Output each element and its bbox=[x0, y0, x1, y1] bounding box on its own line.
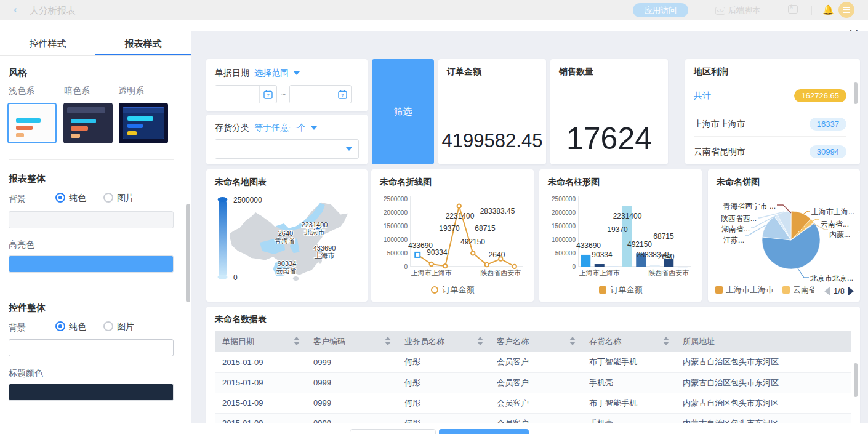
theme-transparent-thumbnail[interactable] bbox=[119, 103, 168, 143]
line-chart[interactable]: 25000002000000150000010000005000000上海市上海… bbox=[380, 194, 525, 280]
sort-icon[interactable] bbox=[477, 337, 483, 345]
pie-legend-item[interactable]: 云南省昆 bbox=[782, 284, 814, 295]
widget-bg-radios: 纯色 图片 bbox=[55, 321, 134, 332]
svg-text:0: 0 bbox=[404, 263, 408, 270]
svg-text:7: 7 bbox=[341, 93, 344, 98]
table-cell: 0999 bbox=[306, 393, 397, 413]
svg-text:1000000: 1000000 bbox=[384, 236, 408, 243]
region-value-badge: 16337 bbox=[810, 118, 846, 131]
sort-icon[interactable] bbox=[385, 337, 391, 345]
card-scrollbar[interactable] bbox=[854, 82, 858, 104]
date-from-input[interactable] bbox=[215, 86, 259, 103]
tab-report-style[interactable]: 报表样式 bbox=[95, 31, 191, 55]
select-chevron-icon[interactable] bbox=[339, 140, 358, 158]
sort-icon[interactable] bbox=[663, 337, 669, 345]
table-column-header[interactable]: 业务员名称 bbox=[397, 331, 489, 352]
pager-next-icon[interactable] bbox=[848, 287, 854, 295]
confirm-button[interactable] bbox=[439, 429, 529, 434]
app-title-underline bbox=[27, 18, 73, 18]
backend-script-label: 后端脚本 bbox=[728, 5, 760, 16]
map-point-name: 云南省 bbox=[276, 267, 297, 275]
date-mode-dropdown[interactable]: 选择范围 bbox=[254, 68, 289, 79]
table-cell: 内蒙古自治区包头市东河区 bbox=[675, 352, 851, 372]
theme-light-thumbnail[interactable] bbox=[7, 103, 57, 143]
table-cell: 2015-01-09 bbox=[215, 372, 306, 393]
preview-bar bbox=[16, 118, 41, 123]
sort-icon[interactable] bbox=[569, 337, 576, 345]
preview-bar bbox=[127, 116, 153, 121]
filter-button[interactable]: 筛选 bbox=[372, 59, 434, 164]
chevron-down-icon[interactable] bbox=[294, 71, 300, 75]
date-to-wrapper: 7 bbox=[289, 85, 352, 103]
radio-solid-label: 纯色 bbox=[69, 321, 86, 331]
legend-marker-icon bbox=[715, 286, 723, 294]
line-chart-legend[interactable]: 订单金额 bbox=[371, 284, 534, 295]
data-table-card: 未命名数据表 单据日期客户编码业务员名称客户名称存货名称所属地址 2015-01… bbox=[206, 307, 860, 423]
app-access-button[interactable]: 应用访问 bbox=[633, 3, 688, 17]
radio-solid-color[interactable]: 纯色 bbox=[55, 193, 86, 204]
svg-text:2231400: 2231400 bbox=[446, 212, 475, 220]
radio-image[interactable]: 图片 bbox=[103, 193, 134, 204]
style-sidebar: 控件样式 报表样式 风格 浅色系 暗色系 透明系 报表整体 背景 纯色 图片 高… bbox=[0, 31, 191, 414]
tab-widget-style[interactable]: 控件样式 bbox=[0, 31, 95, 55]
widget-bg-color-swatch[interactable] bbox=[9, 339, 174, 356]
table-cell: 手机壳 bbox=[582, 372, 675, 393]
table-column-header[interactable]: 单据日期 bbox=[215, 331, 306, 352]
pie-legend[interactable]: 上海市上海市 云南省昆 bbox=[715, 284, 814, 295]
title-color-label: 标题颜色 bbox=[9, 368, 43, 379]
region-profit-title: 地区利润 bbox=[694, 66, 728, 78]
table-cell: 何彤 bbox=[397, 352, 489, 372]
table-column-header[interactable]: 存货名称 bbox=[582, 331, 675, 352]
table-column-header[interactable]: 所属地址 bbox=[675, 331, 851, 352]
kpi-title: 订单金额 bbox=[447, 66, 481, 78]
theme-dark-thumbnail[interactable] bbox=[63, 103, 113, 143]
table-row[interactable]: 2015-01-090999何彤会员客户手机壳内蒙古自治区包头市东河区 bbox=[215, 413, 851, 423]
bar-chart-legend[interactable]: 订单金额 bbox=[539, 284, 702, 295]
title-color-swatch[interactable] bbox=[9, 384, 174, 401]
date-to-input[interactable] bbox=[290, 86, 334, 103]
calendar-icon[interactable]: 7 bbox=[334, 86, 351, 103]
kpi-title: 销售数量 bbox=[559, 66, 593, 78]
category-select-input[interactable] bbox=[215, 140, 339, 158]
china-map-chart[interactable]: 2500000 0 2231400 北京市 2640 青海省 433690 上海… bbox=[212, 193, 360, 297]
radio-solid-label: 纯色 bbox=[69, 193, 86, 203]
svg-text:492150: 492150 bbox=[627, 240, 652, 249]
svg-text:2500000: 2500000 bbox=[552, 196, 576, 203]
avatar[interactable] bbox=[838, 2, 854, 18]
legend-label: 上海市上海市 bbox=[726, 284, 774, 295]
app-header: ‹ 大分析报表 应用访问 </> 后端脚本 🔔 bbox=[0, 0, 868, 20]
table-scrollbar[interactable] bbox=[854, 363, 858, 397]
pager-prev-icon[interactable] bbox=[824, 287, 830, 295]
table-row[interactable]: 2015-01-090999何彤会员客户布丁智能手机内蒙古自治区包头市东河区 bbox=[215, 352, 851, 372]
table-cell: 2015-01-09 bbox=[215, 393, 306, 413]
table-row[interactable]: 2015-01-090999何彤会员客户布丁智能手机内蒙古自治区包头市东河区 bbox=[215, 393, 851, 413]
chevron-down-icon[interactable] bbox=[311, 126, 317, 130]
bar-chart[interactable]: 25000002000000150000010000005000000上海市上海… bbox=[548, 194, 693, 280]
widget-bg-label: 背景 bbox=[9, 323, 26, 334]
backend-script-button[interactable]: </> 后端脚本 bbox=[715, 5, 760, 16]
radio-image[interactable]: 图片 bbox=[103, 321, 134, 332]
sort-icon[interactable] bbox=[294, 337, 300, 345]
sidebar-scrollbar[interactable] bbox=[186, 204, 190, 302]
pie-label: 青海省西宁市 ... bbox=[723, 201, 776, 212]
pie-label: 上海市上海... bbox=[811, 207, 854, 217]
back-icon[interactable]: ‹ bbox=[14, 4, 17, 16]
region-label: 上海市上海市 bbox=[694, 119, 745, 130]
table-column-header[interactable]: 客户编码 bbox=[306, 331, 397, 352]
highlight-color-swatch[interactable] bbox=[9, 255, 174, 273]
table-column-header[interactable]: 客户名称 bbox=[489, 331, 582, 352]
contacts-button[interactable] bbox=[788, 5, 798, 14]
region-value-badge: 162726.65 bbox=[794, 89, 846, 102]
category-mode-dropdown[interactable]: 等于任意一个 bbox=[254, 123, 306, 134]
radio-solid-color[interactable]: 纯色 bbox=[55, 321, 86, 332]
table-row[interactable]: 2015-01-090999何彤会员客户手机壳内蒙古自治区包头市东河区 bbox=[215, 372, 851, 393]
legend-marker-icon bbox=[431, 286, 438, 294]
code-icon: </> bbox=[715, 7, 725, 15]
pie-label: 陕西省西... bbox=[721, 214, 757, 224]
svg-text:1500000: 1500000 bbox=[552, 223, 576, 230]
pie-label: 湖南省... bbox=[721, 224, 750, 235]
report-bg-color-swatch[interactable] bbox=[9, 211, 174, 228]
calendar-icon[interactable]: 7 bbox=[259, 86, 276, 103]
cancel-button[interactable] bbox=[350, 429, 436, 434]
pie-legend-item[interactable]: 上海市上海市 bbox=[715, 284, 774, 295]
